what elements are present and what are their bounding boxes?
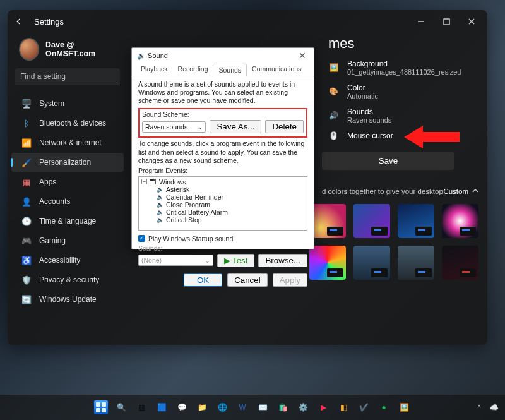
theme-thumb[interactable] <box>442 204 478 238</box>
theme-thumb[interactable] <box>309 204 346 238</box>
settings-icon[interactable]: ⚙️ <box>295 399 311 416</box>
taskbar: 🔍 ▥ 🟦 💬 📁 🌐 W ✉️ 🛍️ ⚙️ ▶ ◧ ✔️ ● 🖼️ ＾ ☁️ <box>0 395 505 420</box>
sidebar-item-personalization[interactable]: 🖌️Personalization <box>11 153 124 172</box>
intro-text: A sound theme is a set of sounds applied… <box>138 80 307 105</box>
nav-icon: 📶 <box>21 138 32 148</box>
folder-icon: 🗔 <box>150 178 157 186</box>
tab-sounds[interactable]: Sounds <box>213 64 247 76</box>
chat-icon[interactable]: 💬 <box>174 399 190 416</box>
nav-label: Time & language <box>39 217 96 225</box>
startup-label: Play Windows Startup sound <box>148 235 233 243</box>
theme-card-color[interactable]: 🎨ColorAutomatic <box>322 80 478 104</box>
apply-button[interactable]: Apply <box>273 273 307 287</box>
tray-chevron-icon[interactable]: ＾ <box>475 402 483 413</box>
event-item[interactable]: 🔈 Critical Stop <box>141 216 304 224</box>
tab-playback[interactable]: Playback <box>136 63 173 76</box>
minimize-icon[interactable] <box>417 17 425 26</box>
word-icon[interactable]: W <box>234 399 251 416</box>
events-list[interactable]: −🗔 Windows 🔈 Asterisk🔈 Calendar Reminder… <box>138 176 307 231</box>
sound-event-icon: 🔈 <box>157 217 163 223</box>
store-icon[interactable]: 🛍️ <box>275 399 291 416</box>
close-icon[interactable] <box>467 17 476 26</box>
sidebar-item-privacy-security[interactable]: 🛡️Privacy & security <box>11 270 124 289</box>
dialog-title: Sound <box>148 52 168 59</box>
ok-button[interactable]: OK <box>184 273 222 287</box>
sidebar-item-time-language[interactable]: 🕒Time & language <box>11 212 124 231</box>
tab-recording[interactable]: Recording <box>173 63 213 76</box>
nav-label: Apps <box>39 177 56 186</box>
events-label: Program Events: <box>138 167 307 174</box>
maximize-icon[interactable] <box>442 17 451 26</box>
scheme-value: Raven sounds <box>145 123 187 131</box>
event-item[interactable]: 🔈 Asterisk <box>141 186 304 193</box>
sidebar-item-accounts[interactable]: 👤Accounts <box>11 192 124 211</box>
chevron-down-icon: ⌄ <box>197 123 203 131</box>
annotation-arrow <box>404 123 461 153</box>
test-button[interactable]: ▶ Test <box>217 254 255 267</box>
card-sub: 01_gettyimages_488111026_resized <box>347 68 461 76</box>
start-button[interactable] <box>93 399 109 416</box>
scheme-combo[interactable]: Raven sounds ⌄ <box>142 121 206 133</box>
cancel-button[interactable]: Cancel <box>227 273 268 287</box>
card-title: Mouse cursor <box>347 131 393 140</box>
avatar <box>19 38 39 61</box>
card-sub: Raven sounds <box>347 116 391 124</box>
edge-icon[interactable]: 🌐 <box>214 399 230 416</box>
taskview-icon[interactable]: ▥ <box>133 399 150 416</box>
media-icon[interactable]: ▶ <box>315 399 331 416</box>
theme-thumb[interactable] <box>309 246 346 280</box>
sidebar-item-accessibility[interactable]: ♿Accessibility <box>11 251 124 270</box>
event-item[interactable]: 🔈 Calendar Reminder <box>141 193 304 201</box>
explorer-icon[interactable]: 📁 <box>194 399 210 416</box>
widgets-icon[interactable]: 🟦 <box>153 399 170 416</box>
sidebar-item-apps[interactable]: ▦Apps <box>11 172 124 191</box>
sidebar-item-windows-update[interactable]: 🔄Windows Update <box>11 290 124 309</box>
tree-root-label: Windows <box>159 178 186 186</box>
theme-thumb[interactable] <box>398 204 434 238</box>
scheme-label: Sound Scheme: <box>142 111 304 118</box>
card-sub: Automatic <box>347 92 378 100</box>
save-as-button[interactable]: Save As... <box>210 120 261 133</box>
sidebar-item-bluetooth-devices[interactable]: ᛒBluetooth & devices <box>11 114 124 133</box>
startup-checkbox[interactable]: ✓ <box>138 235 145 242</box>
sidebar-item-network-internet[interactable]: 📶Network & internet <box>11 133 124 152</box>
theme-thumb[interactable] <box>442 246 478 280</box>
back-icon[interactable] <box>13 15 25 28</box>
delete-button[interactable]: Delete <box>265 120 304 133</box>
theme-thumb[interactable] <box>398 246 434 280</box>
spotify-icon[interactable]: ● <box>376 399 392 416</box>
sidebar-item-gaming[interactable]: 🎮Gaming <box>11 231 124 250</box>
theme-thumb[interactable] <box>354 204 390 238</box>
dialog-close-icon[interactable]: ✕ <box>296 51 309 61</box>
custom-label: Custom <box>443 188 468 195</box>
sounds-label: Sounds: <box>138 244 307 252</box>
search-input[interactable] <box>15 68 120 85</box>
theme-card-background[interactable]: 🖼️Background01_gettyimages_488111026_res… <box>322 56 478 80</box>
sound-event-icon: 🔈 <box>157 201 163 208</box>
theme-thumb[interactable] <box>354 246 390 280</box>
custom-dropdown[interactable]: Custom <box>443 188 478 195</box>
nav-icon: 🖥️ <box>21 99 32 109</box>
event-item[interactable]: 🔈 Critical Battery Alarm <box>141 208 304 216</box>
tab-communications[interactable]: Communications <box>247 63 306 76</box>
todo-icon[interactable]: ✔️ <box>355 399 372 416</box>
browse-button[interactable]: Browse... <box>258 254 307 267</box>
photos-icon[interactable]: 🖼️ <box>396 399 412 416</box>
nav-label: Gaming <box>39 236 66 245</box>
nav-label: Personalization <box>39 158 91 167</box>
scheme-highlight-box: Sound Scheme: Raven sounds ⌄ Save As... … <box>138 108 307 138</box>
event-item[interactable]: 🔈 Close Program <box>141 201 304 208</box>
mail-icon[interactable]: ✉️ <box>254 399 271 416</box>
tray-cloud-icon[interactable]: ☁️ <box>489 403 499 412</box>
app-icon[interactable]: ◧ <box>335 399 352 416</box>
nav-icon: ▦ <box>21 177 32 187</box>
save-button[interactable]: Save <box>322 152 454 170</box>
user-block[interactable]: Dave @ OnMSFT.com <box>8 38 128 68</box>
nav-label: Windows Update <box>39 295 97 304</box>
search-icon[interactable]: 🔍 <box>113 399 129 416</box>
nav-label: Accessibility <box>39 256 80 265</box>
nav-icon: 🔄 <box>21 294 32 304</box>
nav-label: Accounts <box>39 197 70 206</box>
sidebar-item-system[interactable]: 🖥️System <box>11 94 124 113</box>
nav-label: Bluetooth & devices <box>39 119 106 128</box>
